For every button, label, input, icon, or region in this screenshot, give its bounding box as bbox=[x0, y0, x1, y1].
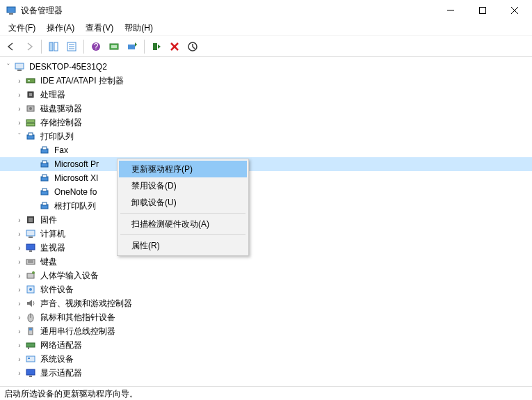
expander-icon[interactable]: › bbox=[14, 369, 25, 377]
usb-icon bbox=[25, 326, 36, 337]
device-tree-pane[interactable]: ˇ DESKTOP-45E31Q2 ›IDE ATA/ATAPI 控制器›处理器… bbox=[0, 57, 532, 386]
svg-rect-64 bbox=[26, 369, 35, 375]
tree-category-mouse[interactable]: ›鼠标和其他指针设备 bbox=[0, 310, 532, 324]
expander-icon[interactable]: ˇ bbox=[14, 133, 25, 141]
ctx-separator bbox=[120, 234, 245, 235]
disable-device-button[interactable] bbox=[184, 38, 201, 55]
expander-icon[interactable]: › bbox=[14, 258, 25, 266]
firmware-icon bbox=[25, 214, 36, 225]
tree-category-software[interactable]: ›软件设备 bbox=[0, 282, 532, 296]
tree-root-label: DESKTOP-45E31Q2 bbox=[28, 61, 108, 72]
tree-category-label: 鼠标和其他指针设备 bbox=[39, 311, 117, 324]
computer-icon bbox=[25, 228, 36, 239]
properties-button[interactable] bbox=[63, 38, 80, 55]
tree-category-hid[interactable]: ›人体学输入设备 bbox=[0, 269, 532, 282]
svg-rect-62 bbox=[26, 356, 35, 362]
show-hide-tree-button[interactable] bbox=[45, 38, 62, 55]
expander-icon[interactable]: › bbox=[14, 91, 25, 99]
tree-category-printqueue[interactable]: ˇ打印队列 bbox=[0, 129, 532, 143]
expander-icon[interactable]: › bbox=[14, 314, 25, 321]
tree-category-usb[interactable]: ›通用串行总线控制器 bbox=[0, 324, 532, 338]
tree-category-label: 固件 bbox=[39, 214, 58, 227]
menu-view[interactable]: 查看(V) bbox=[80, 21, 119, 35]
expander-icon[interactable]: › bbox=[14, 216, 25, 224]
update-driver-button[interactable] bbox=[124, 38, 140, 55]
svg-rect-40 bbox=[42, 189, 47, 191]
tree-category-disk[interactable]: ›磁盘驱动器 bbox=[0, 102, 532, 115]
ctx-update-driver[interactable]: 更新驱动程序(P) bbox=[119, 161, 247, 177]
tree-category-label: 系统设备 bbox=[39, 353, 75, 366]
hid-icon bbox=[25, 270, 36, 281]
ctx-properties-label: 属性(R) bbox=[131, 240, 160, 252]
ide-icon bbox=[25, 75, 36, 86]
status-text: 启动所选设备的更新驱动程序向导。 bbox=[4, 389, 138, 399]
tree-category-label: 显示适配器 bbox=[39, 367, 83, 380]
tree-category-label: 网络适配器 bbox=[39, 339, 83, 352]
tree-device-fax[interactable]: Fax bbox=[0, 143, 532, 157]
expander-icon[interactable]: › bbox=[14, 230, 25, 238]
expander-icon[interactable]: › bbox=[14, 342, 25, 349]
svg-rect-22 bbox=[17, 70, 22, 71]
tree-category-storage[interactable]: ›存储控制器 bbox=[0, 115, 532, 129]
tree-device-label: OneNote fo bbox=[53, 186, 98, 198]
svg-rect-38 bbox=[42, 175, 47, 177]
maximize-button[interactable] bbox=[467, 0, 499, 21]
expander-icon[interactable]: › bbox=[14, 300, 25, 307]
svg-rect-24 bbox=[28, 80, 30, 81]
svg-rect-36 bbox=[42, 161, 47, 163]
menu-action[interactable]: 操作(A) bbox=[41, 21, 80, 35]
ctx-disable-device[interactable]: 禁用设备(D) bbox=[119, 177, 247, 194]
tree-category-ide[interactable]: ›IDE ATA/ATAPI 控制器 bbox=[0, 74, 532, 88]
expander-icon[interactable]: ˇ bbox=[3, 63, 14, 71]
ctx-separator bbox=[120, 213, 245, 214]
ctx-uninstall-device[interactable]: 卸载设备(U) bbox=[119, 194, 247, 211]
tree-category-keyboard[interactable]: ›键盘 bbox=[0, 255, 532, 269]
forward-button[interactable] bbox=[21, 38, 38, 55]
tree-device-mspr[interactable]: Microsoft Pr bbox=[0, 157, 532, 171]
svg-rect-7 bbox=[54, 42, 58, 51]
ctx-properties[interactable]: 属性(R) bbox=[119, 237, 247, 254]
expander-icon[interactable]: › bbox=[14, 286, 25, 294]
tree-device-msxp[interactable]: Microsoft XI bbox=[0, 171, 532, 185]
tree-category-firmware[interactable]: ›固件 bbox=[0, 213, 532, 227]
tree-category-display[interactable]: ›显示适配器 bbox=[0, 366, 532, 380]
tree-root[interactable]: ˇ DESKTOP-45E31Q2 bbox=[0, 60, 532, 74]
expander-icon[interactable]: › bbox=[14, 105, 25, 113]
scan-hardware-button[interactable] bbox=[106, 38, 122, 55]
svg-rect-1 bbox=[9, 13, 13, 15]
expander-icon[interactable]: › bbox=[14, 328, 25, 335]
tree-category-system[interactable]: ›系统设备 bbox=[0, 352, 532, 366]
expander-icon[interactable]: › bbox=[14, 77, 25, 85]
title-bar: 设备管理器 bbox=[0, 0, 532, 21]
tree-category-audio[interactable]: ›声音、视频和游戏控制器 bbox=[0, 296, 532, 310]
expander-icon[interactable]: › bbox=[14, 272, 25, 280]
uninstall-device-button[interactable] bbox=[166, 38, 183, 55]
tree-category-computer[interactable]: ›计算机 bbox=[0, 227, 532, 241]
expander-icon[interactable]: › bbox=[14, 244, 25, 252]
menu-file[interactable]: 文件(F) bbox=[3, 21, 41, 35]
tree-category-cpu[interactable]: ›处理器 bbox=[0, 88, 532, 102]
printer-icon bbox=[39, 159, 50, 170]
tree-category-label: 处理器 bbox=[39, 88, 67, 102]
tree-device-onenote[interactable]: OneNote fo bbox=[0, 185, 532, 199]
help-button[interactable]: ? bbox=[88, 38, 104, 55]
svg-rect-60 bbox=[26, 343, 35, 347]
ctx-scan-hardware[interactable]: 扫描检测硬件改动(A) bbox=[119, 216, 247, 232]
expander-icon[interactable]: › bbox=[14, 355, 25, 363]
tree-device-label: Microsoft XI bbox=[53, 173, 99, 184]
menu-help[interactable]: 帮助(H) bbox=[119, 21, 159, 35]
enable-device-button[interactable] bbox=[148, 38, 165, 55]
cpu-icon bbox=[25, 89, 36, 100]
back-button[interactable] bbox=[3, 38, 19, 55]
close-button[interactable] bbox=[499, 0, 531, 21]
tree-category-network[interactable]: ›网络适配器 bbox=[0, 338, 532, 352]
toolbar: ? bbox=[0, 36, 532, 57]
expander-icon[interactable]: › bbox=[14, 119, 25, 127]
svg-rect-6 bbox=[49, 42, 53, 51]
svg-rect-15 bbox=[111, 45, 117, 48]
svg-rect-0 bbox=[7, 7, 15, 13]
tree-category-monitor[interactable]: ›监视器 bbox=[0, 241, 532, 255]
minimize-button[interactable] bbox=[435, 0, 467, 21]
svg-rect-61 bbox=[28, 347, 29, 349]
tree-device-rootpq[interactable]: 根打印队列 bbox=[0, 199, 532, 213]
